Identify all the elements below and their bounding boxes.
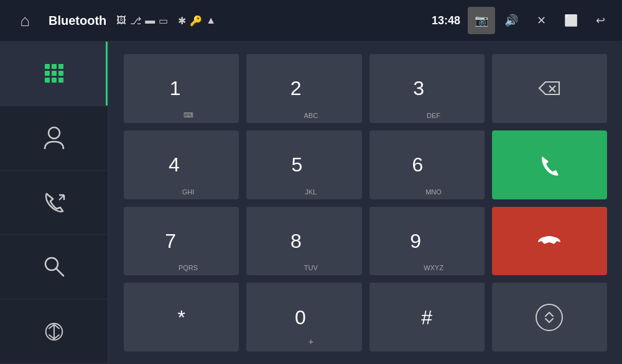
status-bar: ⌂ Bluetooth 🖼 ⎇ ▬ ▭ ✱ 🔑 ▲ 13:48 📷 🔊 ✕ ⬜ … — [0, 0, 622, 42]
dial-6-button[interactable]: 6 MNO — [369, 130, 485, 199]
image-icon: 🖼 — [116, 15, 126, 26]
window-icon: ⬜ — [564, 14, 578, 27]
dial-7-button[interactable]: 7 PQRS — [124, 207, 239, 276]
sd-icon1: ▬ — [145, 15, 155, 26]
dialpad-area: 1 ⌨ 2 ABC 3 DEF 4 GHI — [109, 42, 622, 364]
call-button[interactable] — [492, 130, 607, 199]
svg-line-2 — [56, 268, 63, 276]
dial-5-button[interactable]: 5 JKL — [246, 130, 361, 199]
bluetooth-status-icon: ✱ — [178, 15, 186, 27]
dial-9-button[interactable]: 9 WXYZ — [369, 207, 485, 276]
dial-1-button[interactable]: 1 ⌨ — [124, 54, 239, 123]
sidebar — [0, 42, 109, 364]
sidebar-item-bluetooth-settings[interactable] — [0, 299, 108, 364]
backspace-button[interactable] — [492, 54, 607, 123]
main-content: 1 ⌨ 2 ABC 3 DEF 4 GHI — [0, 42, 622, 364]
back-button[interactable]: ↩ — [585, 7, 616, 34]
sidebar-item-search[interactable] — [0, 235, 108, 299]
camera-icon: 📷 — [475, 14, 488, 27]
dial-3-button[interactable]: 3 DEF — [369, 54, 485, 123]
dialpad-icon — [45, 64, 63, 83]
window-button[interactable]: ⬜ — [557, 7, 585, 34]
clock: 13:48 — [432, 14, 460, 27]
volume-icon: 🔊 — [504, 14, 518, 27]
search-icon — [43, 255, 65, 279]
dial-8-button[interactable]: 8 TUV — [246, 207, 361, 276]
sidebar-item-call-history[interactable] — [0, 171, 108, 235]
status-icons: 🖼 ⎇ ▬ ▭ ✱ 🔑 ▲ — [116, 15, 424, 27]
dial-4-button[interactable]: 4 GHI — [124, 130, 239, 199]
close-button[interactable]: ✕ — [527, 7, 555, 34]
usb-icon: ⎇ — [130, 15, 141, 27]
home-icon: ⌂ — [20, 11, 30, 30]
volume-button[interactable]: 🔊 — [498, 7, 525, 34]
updown-icon — [536, 304, 563, 331]
close-icon: ✕ — [537, 14, 546, 27]
home-button[interactable]: ⌂ — [6, 0, 44, 42]
dial-0-button[interactable]: 0 + — [246, 283, 361, 352]
backspace-icon — [537, 80, 562, 97]
wifi-icon: ▲ — [206, 15, 216, 26]
key-icon: 🔑 — [190, 15, 202, 27]
action-buttons: 📷 🔊 ✕ ⬜ — [468, 7, 585, 34]
call-history-icon — [42, 190, 67, 215]
svg-point-0 — [49, 127, 60, 139]
sidebar-item-dialpad[interactable] — [0, 42, 108, 106]
updown-button[interactable] — [492, 283, 607, 352]
end-call-button[interactable] — [492, 207, 607, 276]
dial-2-button[interactable]: 2 ABC — [246, 54, 361, 123]
camera-button[interactable]: 📷 — [468, 7, 495, 34]
sd-icon2: ▭ — [159, 15, 168, 27]
page-title: Bluetooth — [49, 14, 106, 28]
back-icon: ↩ — [596, 14, 605, 27]
end-call-icon — [536, 232, 563, 250]
dial-star-button[interactable]: * — [124, 283, 239, 352]
contacts-icon — [44, 125, 65, 150]
dial-hash-button[interactable]: # — [369, 283, 485, 352]
sidebar-item-contacts[interactable] — [0, 106, 108, 171]
bluetooth-settings-icon — [44, 320, 65, 344]
dialpad-grid: 1 ⌨ 2 ABC 3 DEF 4 GHI — [124, 54, 607, 352]
call-icon — [537, 153, 561, 176]
